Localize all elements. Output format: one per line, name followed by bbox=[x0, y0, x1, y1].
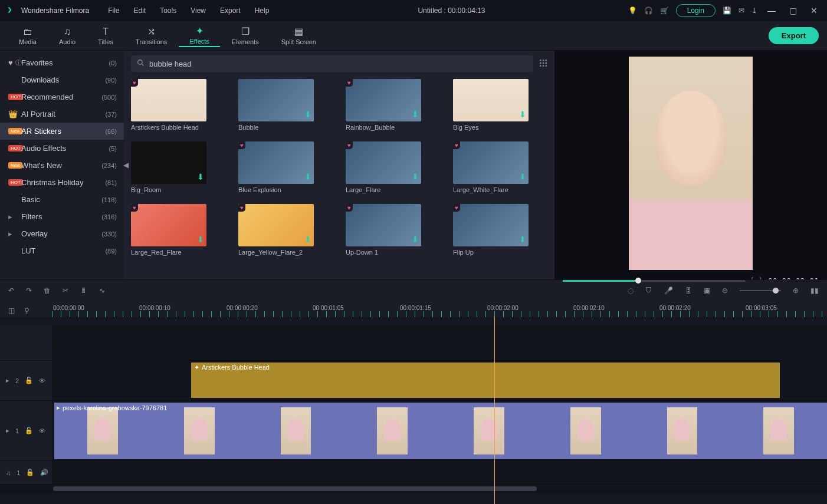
menu-help[interactable]: Help bbox=[249, 4, 275, 17]
download-icon[interactable]: ⬇ bbox=[197, 235, 204, 244]
download-icon[interactable]: ⬇ bbox=[412, 235, 419, 244]
undo-icon[interactable]: ↶ bbox=[8, 286, 14, 295]
effect-clip[interactable]: ✦ Arstickers Bubble Head bbox=[191, 363, 780, 398]
crop-icon[interactable]: ▣ bbox=[704, 286, 710, 295]
menu-file[interactable]: File bbox=[102, 4, 125, 17]
window-close[interactable]: ✕ bbox=[807, 6, 821, 15]
effect-thumbnail: ♥⬇ bbox=[346, 79, 421, 121]
sidebar-collapse-icon[interactable]: ◀ bbox=[123, 161, 129, 169]
tab-audio[interactable]: ♫ Audio bbox=[48, 25, 86, 47]
effect-card[interactable]: ♥⬇Up-Down 1 bbox=[346, 204, 440, 256]
lock-icon[interactable]: 🔓 bbox=[26, 469, 34, 476]
effect-card[interactable]: ⬇Big_Room bbox=[131, 141, 225, 193]
save-icon[interactable]: 💾 bbox=[723, 6, 731, 15]
split-icon[interactable]: ✂ bbox=[63, 286, 68, 295]
download-icon[interactable]: ⬇ bbox=[519, 172, 526, 182]
cart-icon[interactable]: 🛒 bbox=[660, 6, 669, 15]
effect-card[interactable]: ⬇Bubble bbox=[238, 79, 333, 131]
sidebar-item[interactable]: HOTAudio Effects(5) bbox=[0, 140, 124, 157]
zoom-slider[interactable] bbox=[740, 290, 781, 291]
marker-icon[interactable]: ⛉ bbox=[645, 286, 652, 295]
sidebar-item[interactable]: ▸Filters(316) bbox=[0, 208, 124, 225]
export-button[interactable]: Export bbox=[769, 27, 819, 44]
window-minimize[interactable]: — bbox=[764, 6, 779, 15]
effect-card[interactable]: ♥⬇Large_Yellow_Flare_2 bbox=[238, 204, 333, 256]
scrollbar-thumb[interactable] bbox=[53, 486, 537, 491]
zoom-in-icon[interactable]: ⊕ bbox=[793, 286, 799, 295]
tab-effects[interactable]: ✦ Effects bbox=[179, 24, 219, 47]
sidebar-item[interactable]: Downloads(90) bbox=[0, 71, 124, 88]
magnet-icon[interactable]: ⚲ bbox=[24, 307, 29, 315]
download-icon[interactable]: ⬇ bbox=[519, 235, 526, 244]
redo-icon[interactable]: ↷ bbox=[26, 286, 32, 295]
video-clip[interactable]: ▸ pexels-karolina-grabowska-7976781 bbox=[54, 403, 827, 459]
sidebar-item-count: (89) bbox=[105, 248, 117, 255]
tab-titles-label: Titles bbox=[98, 38, 113, 45]
search-box[interactable] bbox=[131, 55, 533, 72]
sidebar-item[interactable]: NewAR Stickers(66) bbox=[0, 123, 124, 140]
lock-icon[interactable]: 🔓 bbox=[25, 377, 33, 384]
visibility-icon[interactable]: 👁 bbox=[39, 427, 45, 434]
sidebar-item[interactable]: 👑AI Portrait(37) bbox=[0, 106, 124, 123]
grid-view-icon[interactable] bbox=[539, 59, 547, 69]
track-number: 1 bbox=[15, 427, 19, 434]
effect-card[interactable]: ♥Arstickers Bubble Head bbox=[131, 79, 225, 131]
effect-card[interactable]: ♥⬇Blue Explosion bbox=[238, 141, 333, 193]
download-icon[interactable]: ⤓ bbox=[751, 6, 757, 15]
tab-splitscreen[interactable]: ▤ Split Screen bbox=[271, 25, 327, 47]
menu-view[interactable]: View bbox=[185, 4, 212, 17]
sidebar-item[interactable]: ♥ ⓘFavorites(0) bbox=[0, 54, 124, 71]
effect-card[interactable]: ♥⬇Large_Flare bbox=[346, 141, 440, 193]
headset-icon[interactable]: 🎧 bbox=[644, 6, 653, 15]
menu-edit[interactable]: Edit bbox=[128, 4, 152, 17]
ruler-label: 00:00:02:00 bbox=[487, 305, 518, 311]
menu-export[interactable]: Export bbox=[214, 4, 247, 17]
timeline-toggle-icon[interactable]: ▮▮ bbox=[810, 286, 819, 295]
effect-card[interactable]: ♥⬇Large_Red_Flare bbox=[131, 204, 225, 256]
tab-media[interactable]: 🗀 Media bbox=[8, 25, 47, 47]
sidebar-item[interactable]: NewWhat's New(234) bbox=[0, 157, 124, 174]
audio-mixer-icon[interactable]: 🎛 bbox=[685, 286, 692, 295]
playhead[interactable] bbox=[494, 317, 495, 504]
effect-card[interactable]: ⬇Big Eyes bbox=[453, 79, 547, 131]
download-icon[interactable]: ⬇ bbox=[304, 172, 311, 182]
effect-card[interactable]: ♥⬇Large_White_Flare bbox=[453, 141, 547, 193]
sidebar-item[interactable]: LUT(89) bbox=[0, 242, 124, 259]
sidebar-item[interactable]: ▸Overlay(330) bbox=[0, 225, 124, 242]
render-icon[interactable]: ◌ bbox=[628, 286, 634, 295]
effect-card[interactable]: ♥⬇Flip Up bbox=[453, 204, 547, 256]
effect-card[interactable]: ♥⬇Rainbow_Bubble bbox=[346, 79, 440, 131]
mute-icon[interactable]: 🔊 bbox=[40, 469, 48, 476]
download-icon[interactable]: ⬇ bbox=[304, 110, 311, 119]
adjust-icon[interactable]: 🎚 bbox=[80, 286, 87, 295]
sidebar-item[interactable]: HOTChristmas Holiday(81) bbox=[0, 174, 124, 191]
menu-tools[interactable]: Tools bbox=[154, 4, 182, 17]
message-icon[interactable]: ✉ bbox=[739, 6, 744, 15]
download-icon[interactable]: ⬇ bbox=[197, 172, 204, 182]
search-input[interactable] bbox=[149, 60, 527, 68]
download-icon[interactable]: ⬇ bbox=[304, 235, 311, 244]
idea-icon[interactable]: 💡 bbox=[628, 6, 637, 15]
playback-slider[interactable] bbox=[563, 280, 745, 282]
snapshot-icon[interactable]: ◫ bbox=[8, 307, 15, 315]
download-icon[interactable]: ⬇ bbox=[412, 172, 419, 182]
visibility-icon[interactable]: 👁 bbox=[39, 377, 45, 384]
audio-wave-icon[interactable]: ∿ bbox=[99, 286, 105, 295]
sidebar-item[interactable]: HOTRecommended(500) bbox=[0, 88, 124, 106]
login-button[interactable]: Login bbox=[676, 4, 716, 17]
lock-icon[interactable]: 🔓 bbox=[25, 427, 33, 434]
zoom-out-icon[interactable]: ⊖ bbox=[722, 286, 728, 295]
window-maximize[interactable]: ▢ bbox=[786, 6, 800, 15]
tab-elements[interactable]: ❐ Elements bbox=[221, 25, 270, 47]
download-icon[interactable]: ⬇ bbox=[519, 110, 526, 119]
tab-titles[interactable]: T Titles bbox=[87, 25, 124, 47]
sidebar-item[interactable]: Basic(118) bbox=[0, 191, 124, 208]
voiceover-icon[interactable]: 🎤 bbox=[664, 286, 673, 295]
download-icon[interactable]: ⬇ bbox=[412, 110, 419, 119]
timeline-ruler[interactable]: ◫ ⚲ 00:00:00:0000:00:00:1000:00:00:2000:… bbox=[0, 301, 827, 317]
delete-icon[interactable]: 🗑 bbox=[44, 286, 51, 295]
timeline-scrollbar[interactable] bbox=[0, 485, 827, 493]
ruler-label: 00:00:00:00 bbox=[53, 305, 84, 311]
preview-canvas[interactable] bbox=[554, 51, 827, 272]
tab-transitions[interactable]: ⤭ Transitions bbox=[125, 25, 178, 47]
